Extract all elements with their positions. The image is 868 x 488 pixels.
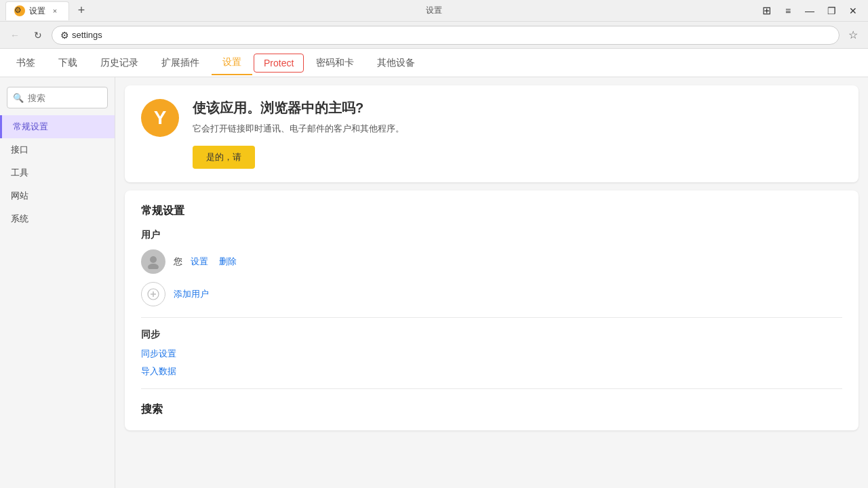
refresh-button[interactable]: ↻: [28, 26, 47, 45]
address-text: ⚙ settings: [60, 30, 831, 41]
bookmark-button[interactable]: ☆: [844, 26, 863, 45]
address-bar[interactable]: ⚙ settings: [52, 26, 840, 45]
tab-bookmarks[interactable]: 书签: [5, 52, 46, 75]
minimize-button[interactable]: —: [800, 1, 819, 20]
sidebar-item-tools[interactable]: 工具: [0, 161, 115, 184]
current-user-label: 您: [174, 256, 182, 268]
addressbar: ← ↻ ⚙ settings ☆: [0, 22, 868, 49]
collections-button[interactable]: ⊞: [757, 1, 776, 20]
user-settings-link[interactable]: 设置: [191, 256, 208, 268]
add-user-circle-icon: [141, 282, 165, 306]
titlebar-controls: ⊞ ≡ — ❐ ✕: [757, 1, 863, 20]
divider-1: [141, 317, 842, 318]
svg-point-1: [148, 264, 159, 269]
search-section-title: 搜索: [141, 403, 842, 417]
titlebar: ⚙ 设置 × + 设置 ⊞ ≡ — ❐ ✕: [0, 0, 868, 22]
window-title: 设置: [426, 5, 442, 16]
tab-extensions[interactable]: 扩展插件: [151, 52, 210, 75]
user-delete-link[interactable]: 删除: [219, 256, 237, 268]
search-icon: 🔍: [13, 93, 24, 103]
section-title-general: 常规设置: [141, 204, 842, 218]
search-box[interactable]: 🔍: [7, 87, 108, 108]
sync-heading: 同步: [141, 329, 842, 341]
current-user-row: 您 设置 删除: [141, 249, 842, 274]
sidebar-item-sites[interactable]: 网站: [0, 184, 115, 207]
content-area: Y 使该应用。浏览器中的主吗? 它会打开链接即时通讯、电子邮件的客户和其他程序。…: [115, 77, 868, 488]
sync-links: 同步设置 导入数据: [141, 348, 842, 378]
tab-passwords[interactable]: 密码和卡: [305, 52, 365, 75]
general-settings-section: 常规设置 用户 您 设置 删除: [125, 190, 859, 430]
sidebar-item-interface[interactable]: 接口: [0, 138, 115, 161]
sidebar-item-system[interactable]: 系统: [0, 207, 115, 230]
default-browser-banner: Y 使该应用。浏览器中的主吗? 它会打开链接即时通讯、电子邮件的客户和其他程序。…: [125, 85, 859, 182]
back-button[interactable]: ←: [5, 26, 24, 45]
current-user-avatar: [141, 249, 165, 274]
divider-2: [141, 388, 842, 389]
tab-title: 设置: [29, 5, 45, 17]
main-layout: 🔍 常规设置 接口 工具 网站 系统 Y 使该应用。浏览器中的主吗? 它会打开链…: [0, 77, 868, 488]
add-user-link[interactable]: 添加用户: [174, 288, 209, 300]
import-data-link[interactable]: 导入数据: [141, 365, 842, 378]
menu-button[interactable]: ≡: [778, 1, 797, 20]
nav-tabs: 书签 下载 历史记录 扩展插件 设置 Protect 密码和卡 其他设备: [0, 49, 868, 77]
banner-title: 使该应用。浏览器中的主吗?: [193, 99, 842, 117]
close-button[interactable]: ✕: [844, 1, 863, 20]
tab-protect[interactable]: Protect: [254, 54, 304, 73]
set-default-browser-button[interactable]: 是的，请: [193, 146, 255, 169]
tab-history[interactable]: 历史记录: [90, 52, 149, 75]
tab-close-button[interactable]: ×: [50, 5, 60, 16]
settings-favicon-icon: ⚙: [14, 5, 25, 16]
tab-other-devices[interactable]: 其他设备: [366, 52, 426, 75]
svg-point-0: [150, 256, 157, 263]
tab-settings-nav[interactable]: 设置: [212, 51, 252, 75]
titlebar-left: ⚙ 设置 × +: [5, 1, 91, 20]
maximize-button[interactable]: ❐: [822, 1, 841, 20]
tab-settings[interactable]: ⚙ 设置 ×: [5, 1, 69, 20]
tab-downloads[interactable]: 下载: [47, 52, 88, 75]
users-heading: 用户: [141, 229, 842, 241]
sync-settings-link[interactable]: 同步设置: [141, 348, 842, 360]
sidebar-item-general[interactable]: 常规设置: [0, 115, 115, 138]
yandex-logo-icon: Y: [141, 99, 179, 137]
sidebar: 🔍 常规设置 接口 工具 网站 系统: [0, 77, 115, 488]
new-tab-button[interactable]: +: [72, 1, 91, 20]
add-user-row: 添加用户: [141, 282, 842, 306]
banner-description: 它会打开链接即时通讯、电子邮件的客户和其他程序。: [193, 123, 842, 135]
page-icon: ⚙: [60, 30, 69, 41]
banner-content: 使该应用。浏览器中的主吗? 它会打开链接即时通讯、电子邮件的客户和其他程序。 是…: [193, 99, 842, 169]
